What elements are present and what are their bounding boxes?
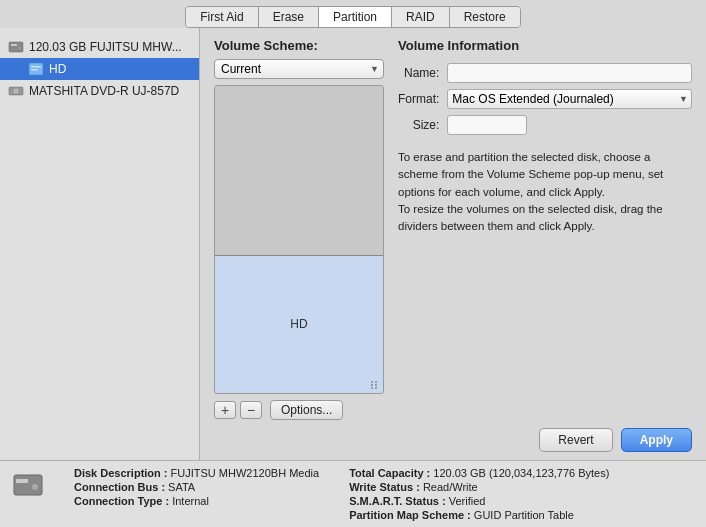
info-bar-col1: Disk Description : FUJITSU MHW2120BH Med…: [74, 467, 319, 521]
info-description: To erase and partition the selected disk…: [398, 149, 692, 235]
info-partition-map: Partition Map Scheme : GUID Partition Ta…: [349, 509, 609, 521]
tab-partition[interactable]: Partition: [319, 7, 392, 27]
sidebar-item-disk[interactable]: 120.03 GB FUJITSU MHW...: [0, 36, 199, 58]
disk-description-label: Disk Description :: [74, 467, 171, 479]
write-status-label: Write Status :: [349, 481, 423, 493]
size-label: Size:: [398, 118, 439, 132]
disk-icon: [8, 39, 24, 55]
connection-bus-value: SATA: [168, 481, 195, 493]
main-content: 120.03 GB FUJITSU MHW... HD MATSHITA DVD: [0, 28, 706, 460]
volume-icon: [28, 61, 44, 77]
svg-rect-1: [11, 44, 17, 46]
info-connection-bus: Connection Bus : SATA: [74, 481, 319, 493]
tab-bar: First Aid Erase Partition RAID Restore: [0, 0, 706, 28]
info-bar: Disk Description : FUJITSU MHW2120BH Med…: [0, 460, 706, 527]
svg-rect-4: [31, 66, 41, 68]
action-row: Revert Apply: [214, 428, 692, 452]
svg-point-8: [15, 90, 17, 92]
scheme-select-wrapper: Current 1 Partition 2 Partitions 3 Parti…: [214, 59, 384, 79]
partition-top: [215, 86, 383, 255]
partition-hd-label: HD: [290, 317, 307, 331]
svg-point-11: [32, 484, 39, 491]
smart-status-label: S.M.A.R.T. Status :: [349, 495, 449, 507]
partition-map-value: GUID Partition Table: [474, 509, 574, 521]
volume-info-title: Volume Information: [398, 38, 692, 53]
tab-raid[interactable]: RAID: [392, 7, 450, 27]
name-label: Name:: [398, 66, 439, 80]
size-input[interactable]: [447, 115, 527, 135]
volume-info-section: Volume Information Name: Format: Mac OS …: [398, 38, 692, 420]
partition-map-label: Partition Map Scheme :: [349, 509, 474, 521]
svg-rect-5: [31, 69, 38, 71]
partition-area: HD: [214, 85, 384, 394]
disk-large-icon: [12, 469, 44, 501]
svg-rect-10: [16, 479, 28, 483]
smart-status-value: Verified: [449, 495, 486, 507]
connection-type-label: Connection Type :: [74, 495, 172, 507]
write-status-value: Read/Write: [423, 481, 478, 493]
resize-handle[interactable]: [371, 381, 381, 391]
info-form: Name: Format: Mac OS Extended (Journaled…: [398, 63, 692, 135]
partition-buttons: + − Options...: [214, 400, 384, 420]
svg-point-2: [18, 47, 21, 50]
remove-partition-button[interactable]: −: [240, 401, 262, 419]
tabs-container: First Aid Erase Partition RAID Restore: [185, 6, 520, 28]
sidebar-item-dvd[interactable]: MATSHITA DVD-R UJ-857D: [0, 80, 199, 102]
sidebar: 120.03 GB FUJITSU MHW... HD MATSHITA DVD: [0, 28, 200, 460]
info-smart-status: S.M.A.R.T. Status : Verified: [349, 495, 609, 507]
name-input[interactable]: [447, 63, 692, 83]
volume-scheme-title: Volume Scheme:: [214, 38, 384, 53]
info-bar-col2: Total Capacity : 120.03 GB (120,034,123,…: [349, 467, 609, 521]
tab-first-aid[interactable]: First Aid: [186, 7, 258, 27]
app-window: First Aid Erase Partition RAID Restore 1…: [0, 0, 706, 527]
apply-button[interactable]: Apply: [621, 428, 692, 452]
info-total-capacity: Total Capacity : 120.03 GB (120,034,123,…: [349, 467, 609, 479]
info-connection-type: Connection Type : Internal: [74, 495, 319, 507]
info-disk-description: Disk Description : FUJITSU MHW2120BH Med…: [74, 467, 319, 479]
format-select-wrapper: Mac OS Extended (Journaled) Mac OS Exten…: [447, 89, 692, 109]
content-panel: Volume Scheme: Current 1 Partition 2 Par…: [200, 28, 706, 460]
info-write-status: Write Status : Read/Write: [349, 481, 609, 493]
volume-scheme-section: Volume Scheme: Current 1 Partition 2 Par…: [214, 38, 384, 420]
panel-row: Volume Scheme: Current 1 Partition 2 Par…: [214, 38, 692, 420]
action-right-buttons: Revert Apply: [539, 428, 692, 452]
sidebar-disk-label: 120.03 GB FUJITSU MHW...: [29, 40, 182, 54]
connection-type-value: Internal: [172, 495, 209, 507]
total-capacity-value: 120.03 GB (120,034,123,776 Bytes): [433, 467, 609, 479]
info-bar-columns: Disk Description : FUJITSU MHW2120BH Med…: [74, 467, 694, 521]
optical-icon: [8, 83, 24, 99]
add-partition-button[interactable]: +: [214, 401, 236, 419]
sidebar-item-hd[interactable]: HD: [0, 58, 199, 80]
connection-bus-label: Connection Bus :: [74, 481, 168, 493]
format-select[interactable]: Mac OS Extended (Journaled) Mac OS Exten…: [447, 89, 692, 109]
options-button[interactable]: Options...: [270, 400, 343, 420]
sidebar-hd-label: HD: [49, 62, 66, 76]
revert-button[interactable]: Revert: [539, 428, 612, 452]
partition-bottom[interactable]: HD: [215, 256, 383, 393]
disk-description-value: FUJITSU MHW2120BH Media: [171, 467, 320, 479]
format-label: Format:: [398, 92, 439, 106]
scheme-select[interactable]: Current 1 Partition 2 Partitions 3 Parti…: [214, 59, 384, 79]
tab-restore[interactable]: Restore: [450, 7, 520, 27]
sidebar-dvd-label: MATSHITA DVD-R UJ-857D: [29, 84, 179, 98]
tab-erase[interactable]: Erase: [259, 7, 319, 27]
resize-dots: [371, 381, 381, 389]
total-capacity-label: Total Capacity :: [349, 467, 433, 479]
